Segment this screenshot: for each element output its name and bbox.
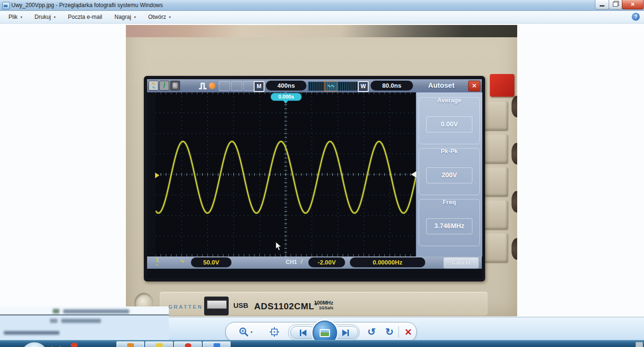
autoset-panel: Average 0.00V Pk-Pk 200V Freq 3.746MHz xyxy=(416,92,482,256)
list-item xyxy=(61,319,101,323)
menu-drukuj[interactable]: Drukuj▾ xyxy=(34,14,56,20)
slope-icon: / xyxy=(159,81,169,91)
menu-otworz[interactable]: Otwórz▾ xyxy=(148,14,171,20)
background-explorer-window[interactable] xyxy=(0,306,169,340)
drive-icon xyxy=(53,309,59,314)
delete-button[interactable]: ✕ xyxy=(400,322,416,341)
pkpk-value: 200V xyxy=(426,167,472,183)
app-icon xyxy=(214,343,220,347)
taskbar-app-button[interactable] xyxy=(116,341,144,347)
start-button[interactable] xyxy=(21,342,48,347)
toolbar-divider xyxy=(398,326,399,338)
navigation-cluster xyxy=(288,324,360,340)
channel-waveform-icon: ∿∿ xyxy=(149,81,158,91)
chevron-down-icon: ▾ xyxy=(169,15,171,19)
autoset-pkpk-group: Pk-Pk 200V xyxy=(419,148,480,195)
window-timebase-value: 80.0ns xyxy=(371,81,413,91)
taskbar xyxy=(0,340,644,347)
help-icon[interactable]: ? xyxy=(632,13,640,21)
restore-button[interactable] xyxy=(609,0,622,9)
magnifier-icon xyxy=(239,327,249,337)
chevron-down-icon: ▾ xyxy=(20,15,22,19)
next-arrow-icon xyxy=(342,330,347,336)
pulse-icon xyxy=(198,81,207,91)
usb-icon xyxy=(219,81,230,91)
printer-icon xyxy=(243,81,255,91)
minimize-icon xyxy=(600,5,604,7)
window-timebase-badge: W xyxy=(358,81,369,92)
freq-value: 3.746MHz xyxy=(426,218,472,234)
autoset-close-icon: ✕ xyxy=(468,81,480,91)
average-value: 0.00V xyxy=(426,116,472,132)
chevron-down-icon: ▾ xyxy=(54,15,56,19)
freq-label: Freq xyxy=(419,198,479,206)
menu-nagraj[interactable]: Nagraj▾ xyxy=(115,14,136,20)
photo-viewer-app-icon xyxy=(2,2,10,9)
window-title: Uwy_200Vpp.jpg - Przeglądarka fotografii… xyxy=(11,2,163,8)
average-label: Average xyxy=(419,97,479,104)
pinned-app-icon[interactable] xyxy=(71,343,78,347)
scope-red-button xyxy=(490,74,514,97)
app-icon xyxy=(156,343,163,347)
main-timebase-value: 400ns xyxy=(266,81,306,91)
slideshow-icon xyxy=(320,329,330,337)
taskbar-app-button[interactable] xyxy=(174,341,202,347)
brand-logo: GRATTEN xyxy=(168,304,203,310)
actual-size-button[interactable] xyxy=(266,322,282,341)
volts-per-div-readout: 50.0V xyxy=(191,257,231,267)
restore-icon xyxy=(613,2,618,7)
status-text xyxy=(4,331,59,335)
trigger-level-marker xyxy=(411,171,416,178)
rotate-cw-button[interactable]: ↻ xyxy=(381,322,397,341)
previous-arrow-icon xyxy=(301,330,306,336)
pkpk-label: Pk-Pk xyxy=(419,148,479,155)
actual-size-icon xyxy=(269,327,280,337)
zoom-window-indicator: ∿∿ xyxy=(324,81,338,91)
main-timebase-badge: M xyxy=(254,81,264,92)
menu-bar: Plik▾ Drukuj▾ Poczta e-mail Nagraj▾ Otwó… xyxy=(0,11,644,24)
photo-oscilloscope: ∿∿ / M 400ns ∿∿ W 80.0ns Autoset ✕ 0.000… xyxy=(126,25,517,316)
desk-background xyxy=(126,25,517,37)
trigger-source-label: CH1 xyxy=(286,259,297,265)
scope-bottombar: 1⎓ ∿ 50.0V CH1 / -2.00V 0.00000Hz Cancel xyxy=(147,256,482,269)
autoset-cancel-button: Cancel xyxy=(443,257,479,269)
scope-knob xyxy=(512,143,517,165)
scope-knob xyxy=(512,191,517,213)
menu-poczta[interactable]: Poczta e-mail xyxy=(68,14,102,20)
previous-button[interactable] xyxy=(290,326,316,339)
zoom-button[interactable]: ▾ xyxy=(236,322,255,341)
usb-label: USB xyxy=(233,301,248,309)
sine-waveform xyxy=(156,92,416,256)
autoset-freq-group: Freq 3.746MHz xyxy=(419,199,480,246)
drive-icon xyxy=(50,319,58,323)
menu-plik[interactable]: Plik▾ xyxy=(8,14,22,20)
title-bar: Uwy_200Vpp.jpg - Przeglądarka fotografii… xyxy=(0,0,644,11)
scope-screen: ∿∿ / M 400ns ∿∿ W 80.0ns Autoset ✕ 0.000… xyxy=(147,79,482,278)
window-edge xyxy=(0,314,169,315)
viewer-toolbar: ▾ ↺ ↻ ✕ xyxy=(225,322,417,342)
mouse-cursor xyxy=(275,241,282,251)
save-icon xyxy=(231,81,242,91)
close-button[interactable]: ✕ xyxy=(622,0,644,9)
app-icon xyxy=(127,343,134,347)
autoset-menu-title: Autoset xyxy=(420,81,463,89)
tray-icon[interactable] xyxy=(636,342,643,347)
trigger-level-readout: -2.00V xyxy=(308,257,345,267)
autoset-average-group: Average 0.00V xyxy=(419,97,480,144)
channel1-coupling-icon: 1⎓ xyxy=(156,258,159,267)
record-dot-icon xyxy=(209,83,215,89)
usb-port xyxy=(204,297,229,315)
display-icon xyxy=(170,81,180,91)
rotate-ccw-button[interactable]: ↺ xyxy=(363,322,380,341)
scope-graticule: 0.000s xyxy=(156,92,416,256)
taskbar-app-button[interactable] xyxy=(203,341,231,347)
trigger-slope-icon: / xyxy=(300,258,303,265)
app-icon xyxy=(185,343,191,347)
list-item xyxy=(63,309,129,314)
chevron-down-icon: ▾ xyxy=(250,330,252,334)
frequency-counter-readout: 0.00000Hz xyxy=(350,257,425,267)
minimize-button[interactable] xyxy=(595,0,609,9)
pinned-app-icon[interactable] xyxy=(52,342,60,347)
taskbar-app-button[interactable] xyxy=(145,341,173,347)
chevron-down-icon: ▾ xyxy=(134,15,136,19)
